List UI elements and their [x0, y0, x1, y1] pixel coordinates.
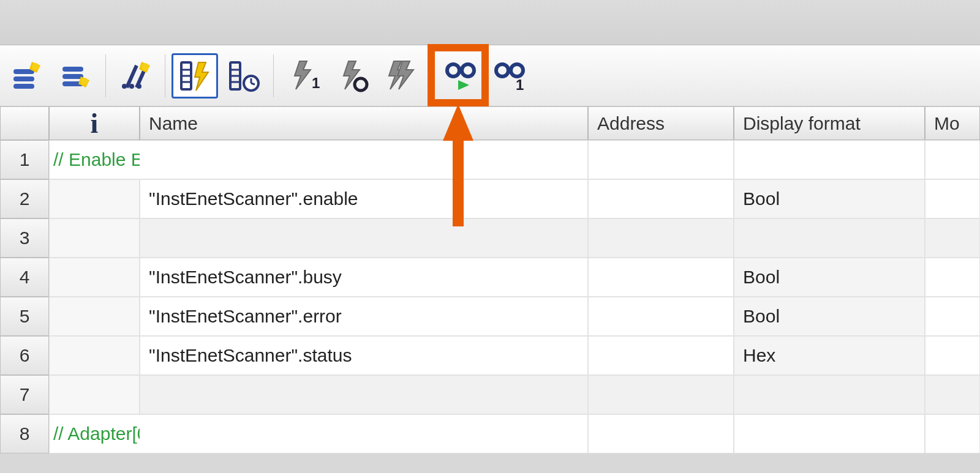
monitor-once-button[interactable]: [437, 53, 484, 99]
svg-marker-29: [295, 61, 311, 89]
table-body: 1// Enable Ethernet/IP Function Block2"I…: [0, 140, 980, 453]
cell-name[interactable]: [140, 140, 588, 179]
cell-name[interactable]: [140, 218, 588, 258]
cell-monitor[interactable]: [925, 258, 980, 297]
cell-address[interactable]: [588, 414, 734, 453]
cell-display-format[interactable]: [734, 140, 925, 179]
flash-now-button[interactable]: [172, 53, 218, 99]
monitor-all-icon: 1: [492, 61, 527, 91]
header-address[interactable]: Address: [588, 106, 734, 140]
modify-0-icon: [335, 59, 369, 93]
row-number[interactable]: 6: [0, 336, 49, 375]
cell-name[interactable]: [140, 414, 588, 453]
table-row[interactable]: 1// Enable Ethernet/IP Function Block: [0, 140, 980, 179]
insert-row-after-icon: [59, 61, 93, 91]
cell-name[interactable]: "InstEnetScanner".status: [140, 336, 588, 375]
cell-display-format[interactable]: [734, 414, 925, 453]
cell-monitor[interactable]: [925, 297, 980, 336]
cell-display-format[interactable]: Bool: [734, 179, 925, 218]
svg-marker-21: [195, 62, 208, 91]
svg-point-14: [137, 84, 141, 89]
modify-1-button[interactable]: 1: [280, 53, 326, 99]
modify-0-button[interactable]: [329, 53, 375, 99]
row-number[interactable]: 4: [0, 258, 49, 297]
cell-info: // Enable Ethernet/IP Function Block: [49, 140, 140, 179]
svg-line-28: [251, 83, 255, 84]
svg-point-13: [129, 84, 134, 89]
toolbar-separator: [165, 54, 165, 97]
header-rownum[interactable]: [0, 106, 49, 140]
svg-rect-2: [13, 84, 34, 89]
header-monitor[interactable]: Mo: [925, 106, 980, 140]
row-number[interactable]: 2: [0, 179, 49, 218]
toolbar-separator: [431, 54, 431, 97]
svg-rect-1: [13, 76, 34, 81]
insert-row-button[interactable]: [4, 53, 50, 99]
cell-name[interactable]: "InstEnetScanner".busy: [140, 258, 588, 297]
table-row[interactable]: 4"InstEnetScanner".busyBool: [0, 258, 980, 297]
comment-button[interactable]: [112, 53, 159, 99]
toolbar: 1 1: [0, 45, 980, 106]
svg-point-16: [141, 63, 149, 70]
monitor-once-icon: [443, 61, 478, 91]
modify-1-icon: 1: [286, 59, 320, 93]
cell-address[interactable]: [588, 258, 734, 297]
svg-point-32: [355, 78, 367, 91]
cell-display-format[interactable]: Bool: [734, 258, 925, 297]
table-row[interactable]: 3: [0, 218, 980, 258]
svg-point-12: [122, 84, 127, 89]
row-number[interactable]: 3: [0, 218, 49, 258]
header-info[interactable]: i: [49, 106, 140, 140]
cell-monitor[interactable]: [925, 414, 980, 453]
cell-display-format[interactable]: Bool: [734, 297, 925, 336]
svg-marker-31: [344, 61, 360, 89]
cell-name[interactable]: "InstEnetScanner".enable: [140, 179, 588, 218]
svg-point-39: [496, 64, 508, 76]
cell-address[interactable]: [588, 179, 734, 218]
header-display-format[interactable]: Display format: [734, 106, 925, 140]
cell-info: [49, 179, 140, 218]
cell-name[interactable]: "InstEnetScanner".error: [140, 297, 588, 336]
cell-address[interactable]: [588, 336, 734, 375]
row-number[interactable]: 7: [0, 375, 49, 414]
svg-text:1: 1: [516, 76, 524, 91]
modify-all-icon: [384, 59, 418, 93]
flash-now-icon: [178, 59, 212, 93]
modify-all-button[interactable]: [378, 53, 424, 99]
svg-point-4: [32, 63, 39, 70]
svg-point-36: [462, 64, 474, 76]
monitor-all-button[interactable]: 1: [486, 53, 533, 99]
svg-point-35: [447, 64, 459, 76]
table-row[interactable]: 6"InstEnetScanner".statusHex: [0, 336, 980, 375]
cell-mo[interactable]: [925, 218, 980, 258]
svg-rect-5: [62, 67, 83, 72]
cell-mo[interactable]: [925, 375, 980, 414]
row-number[interactable]: 1: [0, 140, 49, 179]
cell-monitor[interactable]: [925, 336, 980, 375]
cell-addr[interactable]: [588, 218, 734, 258]
toolbar-separator: [105, 54, 106, 97]
cell-address[interactable]: [588, 297, 734, 336]
table-row[interactable]: 8// Adapter[0] = ET200SP MF: [0, 414, 980, 453]
table-row[interactable]: 2"InstEnetScanner".enableBool: [0, 179, 980, 218]
cell-fmt[interactable]: [734, 218, 925, 258]
table-row[interactable]: 5"InstEnetScanner".errorBool: [0, 297, 980, 336]
insert-row-after-button[interactable]: [53, 53, 99, 99]
flash-scheduled-icon: [227, 59, 261, 93]
toolbar-separator: [273, 54, 274, 97]
row-number[interactable]: 5: [0, 297, 49, 336]
svg-text:1: 1: [312, 75, 320, 91]
row-number[interactable]: 8: [0, 414, 49, 453]
cell-monitor[interactable]: [925, 140, 980, 179]
window-titlebar: [0, 0, 980, 45]
cell-name[interactable]: [140, 375, 588, 414]
flash-scheduled-button[interactable]: [221, 53, 267, 99]
cell-fmt[interactable]: [734, 375, 925, 414]
cell-addr[interactable]: [588, 375, 734, 414]
header-name[interactable]: Name: [140, 106, 588, 140]
cell-monitor[interactable]: [925, 179, 980, 218]
cell-address[interactable]: [588, 140, 734, 179]
table-row[interactable]: 7: [0, 375, 980, 414]
cell-info: [49, 375, 140, 414]
cell-display-format[interactable]: Hex: [734, 336, 925, 375]
